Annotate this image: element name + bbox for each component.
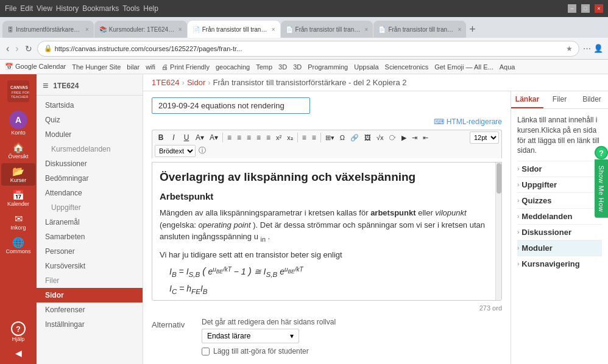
checkbox-laggtill[interactable] xyxy=(202,348,210,355)
toolbar-italic[interactable]: I xyxy=(168,132,180,143)
forward-button[interactable]: › xyxy=(14,42,19,55)
bookmark-get-emoji[interactable]: Get Emoji — All E... xyxy=(434,63,493,71)
bookmark-aqua[interactable]: Aqua xyxy=(500,63,515,71)
right-section-kursnavigering[interactable]: › Kursnavigering xyxy=(517,256,602,271)
bookmark-wifi[interactable]: wifi xyxy=(146,63,155,71)
right-section-diskussioner[interactable]: › Diskussioner xyxy=(517,224,602,240)
tab-2[interactable]: 📚 Kursmoduler: 1TE624 Elektroni... × xyxy=(94,21,187,38)
bookmark-geocaching[interactable]: geocaching xyxy=(216,63,250,71)
tab-3[interactable]: 📄 Från transistor till transistorförs...… xyxy=(188,21,280,38)
bookmarks-menu[interactable]: Bookmarks xyxy=(82,4,119,13)
right-section-uppgifter[interactable]: › Uppgifter xyxy=(517,177,602,192)
hamburger-icon[interactable]: ≡ xyxy=(43,80,48,91)
tab-lankar[interactable]: Länkar xyxy=(511,91,543,108)
toolbar-media[interactable]: ▶ xyxy=(399,133,409,143)
page-title-input[interactable] xyxy=(152,97,310,114)
breadcrumb-course[interactable]: 1TE624 xyxy=(152,78,180,87)
nav-item-inkorg[interactable]: ✉ Inkorg xyxy=(1,211,35,233)
tab-5[interactable]: 📄 Från transistor till transistorförs...… xyxy=(373,21,466,38)
html-editor-link[interactable]: ⌨ HTML-redigerare xyxy=(152,117,502,126)
toolbar-link[interactable]: 🔗 xyxy=(348,133,361,143)
tab-bilder[interactable]: Bilder xyxy=(576,91,608,108)
profile-icon[interactable]: 👤 xyxy=(593,44,603,53)
tab-filer[interactable]: Filer xyxy=(543,91,576,108)
toolbar-subscript[interactable]: x₂ xyxy=(285,133,295,143)
bookmark-google-calendar[interactable]: 📅 Google Calendar xyxy=(5,63,66,71)
nav-item-commons[interactable]: 🌐 Commons xyxy=(1,234,35,257)
bookmark-hunger-site[interactable]: The Hunger Site xyxy=(72,63,121,71)
view-menu[interactable]: View xyxy=(37,4,52,13)
right-section-meddelanden[interactable]: › Meddelanden xyxy=(517,208,602,224)
nav-link-uppgifter[interactable]: Uppgifter xyxy=(37,200,143,215)
nav-item-hjalp[interactable]: ? Hjälp xyxy=(1,319,35,345)
nav-item-konto[interactable]: A Konto xyxy=(1,108,35,138)
toolbar-justify[interactable]: ≡ xyxy=(254,132,263,143)
extensions-icon[interactable]: ⋯ xyxy=(583,44,591,53)
tab-3-close[interactable]: × xyxy=(272,26,275,33)
scroll-thumb[interactable] xyxy=(497,163,501,194)
toolbar-list-unordered[interactable]: ≡ xyxy=(300,132,309,143)
tab-1[interactable]: 🎛 Instrumentförstärkaren - steg f... × xyxy=(2,21,94,38)
help-menu[interactable]: Help xyxy=(143,4,158,13)
toolbar-align-right[interactable]: ≡ xyxy=(244,132,253,143)
address-input[interactable] xyxy=(55,45,564,52)
nav-link-laranemal[interactable]: Läranemål xyxy=(37,215,143,229)
nav-item-oversikt[interactable]: 🏠 Översikt xyxy=(1,139,35,162)
toolbar-embed[interactable]: ⧂ xyxy=(387,133,398,143)
nav-link-kursmeddelanden[interactable]: Kursmeddelanden xyxy=(37,142,143,156)
minimize-button[interactable]: – xyxy=(568,4,576,13)
tab-1-close[interactable]: × xyxy=(85,26,89,33)
toolbar-style-select[interactable]: Brödtext xyxy=(155,145,196,157)
right-section-moduler[interactable]: › Moduler xyxy=(517,240,602,256)
nav-item-kalender[interactable]: 📅 Kalender xyxy=(1,187,35,209)
alternativ-select[interactable]: Endast lärare ▾ xyxy=(202,329,299,343)
tab-5-close[interactable]: × xyxy=(458,26,461,33)
back-button[interactable]: ‹ xyxy=(5,42,10,55)
toolbar-font-color[interactable]: A▾ xyxy=(193,132,207,143)
toolbar-special[interactable]: Ω xyxy=(338,133,347,142)
nav-link-diskussioner[interactable]: Diskussioner xyxy=(37,156,143,171)
toolbar-highlight[interactable]: A▾ xyxy=(207,132,221,143)
new-tab-button[interactable]: + xyxy=(467,21,478,38)
bookmark-star-icon[interactable]: ★ xyxy=(566,44,573,53)
toolbar-image[interactable]: 🖼 xyxy=(362,133,373,142)
nav-link-attendance[interactable]: Attendance xyxy=(37,186,143,200)
toolbar-rtl[interactable]: ⇤ xyxy=(420,133,431,143)
nav-link-sidor[interactable]: Sidor xyxy=(37,288,143,303)
nav-link-samarbeten[interactable]: Samarbeten xyxy=(37,229,143,244)
right-section-quizzes[interactable]: › Quizzes xyxy=(517,192,602,208)
show-me-how-container[interactable]: ? Show Me How xyxy=(595,146,608,218)
close-button[interactable]: × xyxy=(595,4,603,13)
tools-menu[interactable]: Tools xyxy=(122,4,140,13)
bookmark-uppsala[interactable]: Uppsala xyxy=(354,63,378,71)
bookmark-3d2[interactable]: 3D xyxy=(293,63,302,71)
show-me-how-button[interactable]: Show Me How xyxy=(595,159,608,218)
tab-4-close[interactable]: × xyxy=(365,26,369,33)
right-section-sidor[interactable]: › Sidor xyxy=(517,161,602,177)
toolbar-table[interactable]: ⊞▾ xyxy=(323,133,337,143)
bookmark-sciencetronics[interactable]: Sciencetronics xyxy=(385,63,429,71)
bookmark-programming[interactable]: Programming xyxy=(308,63,348,71)
reload-button[interactable]: ↻ xyxy=(24,43,34,55)
toolbar-align-left[interactable]: ≡ xyxy=(225,132,234,143)
toolbar-list-ordered[interactable]: ≡ xyxy=(309,132,319,143)
nav-link-installningar[interactable]: Inställningar xyxy=(37,317,143,332)
tab-4[interactable]: 📄 Från transistor till transistorförs...… xyxy=(281,21,373,38)
nav-link-moduler[interactable]: Moduler xyxy=(37,127,143,142)
history-menu[interactable]: History xyxy=(56,4,79,13)
editor-scroll-bar[interactable] xyxy=(495,163,501,300)
rich-text-editor[interactable]: Överlagring av likspänning och växelspän… xyxy=(152,162,502,301)
toolbar-superscript[interactable]: x² xyxy=(274,133,284,142)
nav-link-kursoversikt[interactable]: Kursöversikt xyxy=(37,259,143,273)
html-editor-label[interactable]: HTML-redigerare xyxy=(447,117,502,126)
tab-2-close[interactable]: × xyxy=(179,26,182,33)
nav-item-collapse[interactable]: ◀ xyxy=(1,346,35,360)
bookmark-bilar[interactable]: bilar xyxy=(127,63,140,71)
breadcrumb-sidor[interactable]: Sidor xyxy=(187,78,205,87)
toolbar-font-size-select[interactable]: 12pt xyxy=(470,131,499,144)
toolbar-ltr[interactable]: ⇥ xyxy=(409,133,420,143)
toolbar-help[interactable]: ⓘ xyxy=(196,144,208,157)
nav-link-filer[interactable]: Filer xyxy=(37,273,143,288)
bookmark-temp[interactable]: Temp xyxy=(256,63,272,71)
nav-item-kurser[interactable]: 📂 Kurser xyxy=(1,163,35,186)
